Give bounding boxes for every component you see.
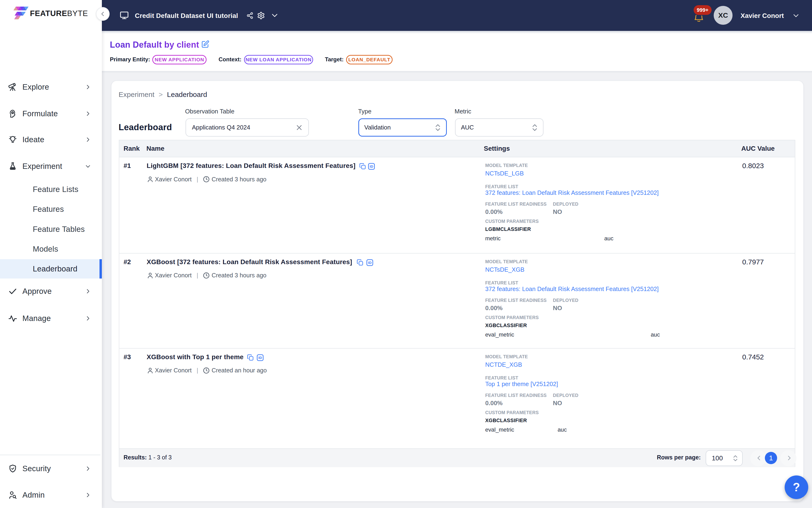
svg-text:ID: ID bbox=[370, 165, 373, 168]
svg-text:ID: ID bbox=[368, 261, 371, 265]
svg-text:ID: ID bbox=[258, 356, 262, 359]
